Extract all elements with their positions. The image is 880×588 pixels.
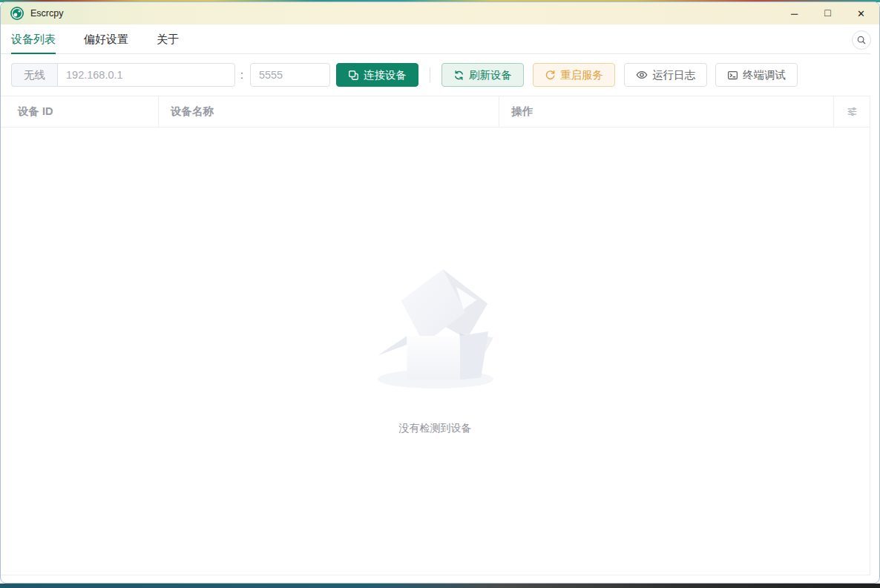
app-window: Escrcpy ─ □ ✕ 设备列表 偏好设置 关于 [0,1,880,584]
connect-device-label: 连接设备 [364,68,407,82]
desktop-background-bottom [0,584,880,588]
tab-bar: 设备列表 偏好设置 关于 [1,24,879,54]
refresh-icon [453,70,464,81]
window-controls: ─ □ ✕ [778,2,879,24]
tab-preferences[interactable]: 偏好设置 [84,24,128,54]
close-button[interactable]: ✕ [844,2,878,24]
connect-device-button[interactable]: 连接设备 [336,63,418,87]
port-input[interactable] [250,63,330,87]
device-table-body: 没有检测到设备 [1,128,870,575]
column-settings-button[interactable] [834,96,870,127]
terminal-debug-button[interactable]: 终端调试 [715,63,798,87]
tab-bar-divider [1,53,870,54]
device-table: 设备 ID 设备名称 操作 [1,96,870,575]
active-tab-underline [11,53,56,54]
search-button[interactable] [852,30,871,50]
app-logo-icon [10,7,24,20]
tab-device-list-label: 设备列表 [11,33,56,47]
terminal-debug-label: 终端调试 [743,68,786,82]
window-title: Escrcpy [30,8,63,19]
run-log-label: 运行日志 [652,68,695,82]
maximize-button[interactable]: □ [811,2,844,24]
restart-service-label: 重启服务 [560,68,603,82]
tab-preferences-label: 偏好设置 [84,33,128,47]
toolbar: 无线 : 连接设备 刷新设备 [1,63,879,87]
wireless-label: 无线 [11,63,57,87]
eye-icon [636,69,648,81]
refresh-devices-button[interactable]: 刷新设备 [441,63,524,87]
run-log-button[interactable]: 运行日志 [624,63,707,87]
title-bar: Escrcpy ─ □ ✕ [1,2,879,24]
wireless-address-group: 无线 [11,63,235,87]
ip-address-input[interactable] [57,63,235,87]
column-header-actions: 操作 [499,96,834,127]
refresh-right-icon [545,70,556,81]
toolbar-divider [430,67,430,82]
search-icon [856,35,867,45]
link-icon [348,70,359,81]
terminal-icon [727,70,738,81]
empty-state-description: 没有检测到设备 [399,422,472,435]
minimize-button[interactable]: ─ [778,2,811,24]
column-header-device-name: 设备名称 [159,96,499,127]
empty-state-illustration [376,268,495,392]
tab-device-list[interactable]: 设备列表 [11,24,56,54]
sliders-icon [847,106,858,117]
restart-service-button[interactable]: 重启服务 [533,63,615,87]
column-header-device-id: 设备 ID [1,96,159,127]
refresh-devices-label: 刷新设备 [469,68,512,82]
tab-about[interactable]: 关于 [157,24,179,54]
tab-about-label: 关于 [157,33,179,47]
port-separator: : [240,69,243,81]
device-table-header: 设备 ID 设备名称 操作 [1,96,870,128]
